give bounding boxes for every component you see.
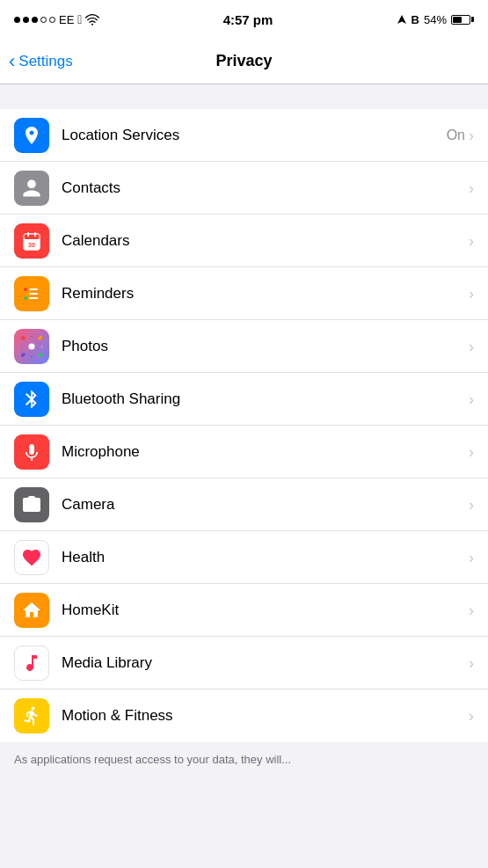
reminders-icon xyxy=(14,276,49,311)
settings-item-bluetooth-sharing[interactable]: Bluetooth Sharing › xyxy=(0,373,488,426)
homekit-icon xyxy=(14,593,49,628)
back-label: Settings xyxy=(18,53,72,70)
camera-icon xyxy=(14,487,49,522)
battery-icon xyxy=(451,15,474,25)
svg-point-16 xyxy=(41,345,42,348)
bluetooth-sharing-chevron-icon: › xyxy=(469,391,474,407)
microphone-icon xyxy=(14,434,49,470)
svg-point-0 xyxy=(91,24,93,26)
contacts-right: › xyxy=(469,180,474,196)
location-arrow-icon xyxy=(397,14,407,25)
svg-point-18 xyxy=(30,356,33,357)
camera-chevron-icon: › xyxy=(469,497,474,513)
footer-text: As applications request access to your d… xyxy=(0,742,488,777)
camera-right: › xyxy=(469,497,474,513)
contacts-label: Contacts xyxy=(62,179,469,197)
svg-point-21 xyxy=(21,336,26,341)
battery-percent: 54% xyxy=(424,13,447,26)
reminders-chevron-icon: › xyxy=(469,286,474,302)
svg-point-13 xyxy=(29,343,35,349)
reminders-label: Reminders xyxy=(62,285,469,303)
nav-bar: ‹ Settings Privacy xyxy=(0,39,488,84)
location-services-label: Location Services xyxy=(62,127,447,144)
svg-rect-11 xyxy=(29,293,38,295)
location-services-chevron-icon: › xyxy=(469,128,474,143)
dot2 xyxy=(23,17,29,23)
bluetooth-sharing-label: Bluetooth Sharing xyxy=(62,390,469,408)
status-time: 4:57 pm xyxy=(223,12,273,27)
carrier-label: EE xyxy=(59,13,74,26)
page-title: Privacy xyxy=(215,52,272,70)
media-library-label: Media Library xyxy=(62,654,469,672)
svg-text:30: 30 xyxy=(28,242,35,248)
location-services-right: On › xyxy=(447,128,474,143)
svg-point-20 xyxy=(21,345,22,348)
health-right: › xyxy=(469,550,474,565)
camera-label: Camera xyxy=(62,496,469,514)
settings-item-microphone[interactable]: Microphone › xyxy=(0,426,488,478)
svg-rect-10 xyxy=(29,288,38,290)
wifi-icon-svg xyxy=(85,13,99,26)
motion-fitness-label: Motion & Fitness xyxy=(62,707,469,725)
dot3 xyxy=(32,17,38,23)
health-label: Health xyxy=(62,549,469,566)
status-left: EE  xyxy=(14,12,99,26)
location-services-icon xyxy=(14,118,49,153)
settings-item-location-services[interactable]: Location Services On › xyxy=(0,109,488,162)
footer-description: As applications request access to your d… xyxy=(14,753,291,766)
settings-item-calendars[interactable]: 30 Calendars › xyxy=(0,215,488,267)
svg-point-19 xyxy=(21,352,26,357)
photos-right: › xyxy=(469,339,474,354)
calendars-icon: 30 xyxy=(14,223,49,259)
health-icon xyxy=(14,540,49,575)
svg-rect-12 xyxy=(29,297,38,299)
settings-item-contacts[interactable]: Contacts › xyxy=(0,162,488,215)
svg-point-7 xyxy=(24,288,27,291)
health-chevron-icon: › xyxy=(469,550,474,565)
settings-item-homekit[interactable]: HomeKit › xyxy=(0,584,488,637)
svg-rect-2 xyxy=(24,234,40,239)
media-library-right: › xyxy=(469,655,474,671)
settings-item-camera[interactable]: Camera › xyxy=(0,478,488,531)
dot4 xyxy=(40,17,47,23)
signal-dots xyxy=(14,17,55,23)
svg-point-9 xyxy=(24,296,27,300)
svg-point-15 xyxy=(37,336,42,341)
contacts-icon xyxy=(14,171,49,206)
microphone-label: Microphone xyxy=(62,443,469,461)
settings-item-health[interactable]: Health › xyxy=(0,531,488,584)
settings-item-photos[interactable]: Photos › xyxy=(0,320,488,373)
status-right: B 54% xyxy=(397,13,474,26)
bluetooth-status-icon: B xyxy=(412,13,419,26)
settings-item-media-library[interactable]: Media Library › xyxy=(0,637,488,689)
wifi-icon:  xyxy=(77,12,82,26)
calendars-label: Calendars xyxy=(62,232,469,250)
homekit-label: HomeKit xyxy=(62,602,469,619)
location-services-value: On xyxy=(447,128,465,143)
settings-item-motion-fitness[interactable]: Motion & Fitness › xyxy=(0,689,488,742)
settings-item-reminders[interactable]: Reminders › xyxy=(0,267,488,320)
back-chevron-icon: ‹ xyxy=(9,52,15,71)
motion-fitness-right: › xyxy=(469,708,474,724)
calendars-chevron-icon: › xyxy=(469,233,474,249)
photos-chevron-icon: › xyxy=(469,339,474,354)
dot5 xyxy=(49,17,55,23)
calendars-right: › xyxy=(469,233,474,249)
bluetooth-sharing-icon xyxy=(14,382,49,417)
dot1 xyxy=(14,17,20,23)
media-library-chevron-icon: › xyxy=(469,655,474,671)
reminders-right: › xyxy=(469,286,474,302)
microphone-chevron-icon: › xyxy=(469,444,474,460)
motion-fitness-chevron-icon: › xyxy=(469,708,474,724)
motion-fitness-icon xyxy=(14,698,49,733)
homekit-chevron-icon: › xyxy=(469,602,474,618)
section-gap xyxy=(0,84,488,109)
media-library-icon xyxy=(14,646,49,681)
svg-point-14 xyxy=(30,336,33,337)
contacts-chevron-icon: › xyxy=(469,180,474,196)
svg-point-17 xyxy=(37,352,42,357)
back-button[interactable]: ‹ Settings xyxy=(9,52,73,71)
svg-point-8 xyxy=(24,292,27,295)
photos-icon xyxy=(14,329,49,364)
settings-list: Location Services On › Contacts › 30 Cal… xyxy=(0,109,488,742)
